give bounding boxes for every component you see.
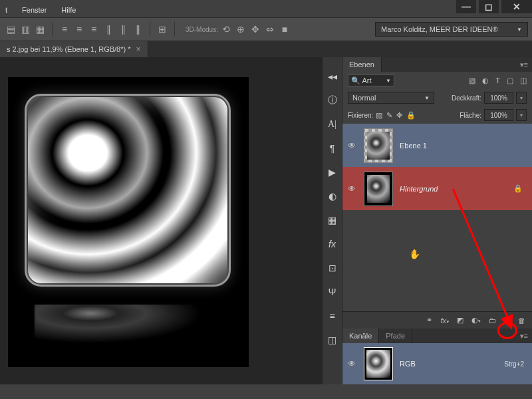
- panel-menu-icon[interactable]: ▾≡: [516, 61, 532, 69]
- brush-panel-icon[interactable]: Ψ: [326, 286, 339, 298]
- distribute-hcenter-icon[interactable]: ‖: [116, 23, 130, 36]
- visibility-toggle-icon[interactable]: 👁: [348, 141, 357, 150]
- align-center-icon[interactable]: ▥: [19, 23, 32, 36]
- filter-image-icon[interactable]: ▧: [469, 76, 475, 85]
- panel-menu-icon[interactable]: ▾≡: [516, 332, 532, 340]
- blend-mode-dropdown[interactable]: Normal▼: [348, 92, 434, 104]
- link-layers-icon[interactable]: ⚭: [426, 316, 432, 325]
- swatches-panel-icon[interactable]: ◐: [326, 190, 339, 202]
- 3d-mode-label: 3D-Modus:: [186, 26, 218, 33]
- fill-layer-icon[interactable]: ◐▾: [471, 316, 481, 325]
- document-canvas[interactable]: [8, 77, 249, 367]
- paths-tab[interactable]: Pfade: [379, 329, 412, 343]
- close-button[interactable]: ✕: [501, 0, 532, 13]
- channels-tab[interactable]: Kanäle: [342, 329, 379, 343]
- character-panel-icon[interactable]: A|: [326, 118, 339, 130]
- distribute-vcenter-icon[interactable]: ≡: [72, 23, 86, 36]
- menu-item[interactable]: t: [3, 5, 10, 15]
- maximize-button[interactable]: ◻: [479, 0, 499, 13]
- align-left-icon[interactable]: ▤: [4, 23, 17, 36]
- account-dropdown[interactable]: Marco Kolditz, MEER DER IDEEN®▼: [375, 22, 528, 37]
- lock-pixels-icon[interactable]: ✎: [386, 111, 392, 120]
- options-bar: ▤ ▥ ▦ ≡ ≡ ≡ ‖ ‖ ‖ ⊞ 3D-Modus: ⟲ ⊕ ✥ ⇔ ■ …: [0, 17, 532, 41]
- channel-thumbnail[interactable]: [364, 347, 393, 380]
- delete-layer-icon[interactable]: 🗑: [518, 317, 525, 325]
- filter-shape-icon[interactable]: ▢: [507, 76, 513, 85]
- annotation-circle: [497, 322, 517, 339]
- visibility-toggle-icon[interactable]: 👁: [348, 184, 357, 194]
- fill-stepper[interactable]: ▾: [516, 109, 527, 121]
- lock-transparency-icon[interactable]: ▨: [376, 111, 382, 120]
- styles-panel-icon[interactable]: fx: [326, 238, 339, 250]
- group-icon[interactable]: 🗀: [489, 317, 496, 325]
- lock-all-icon[interactable]: 🔒: [406, 111, 416, 120]
- document-tabbar: s 2.jpg bei 11,9% (Ebene 1, RGB/8*) * ×: [0, 41, 532, 57]
- clone-panel-icon[interactable]: ⊡: [326, 262, 339, 274]
- distribute-left-icon[interactable]: ‖: [102, 23, 115, 36]
- opacity-input[interactable]: 100%: [484, 92, 513, 104]
- lock-position-icon[interactable]: ✥: [396, 111, 402, 120]
- collapsed-panels: ◂◂ ⓘ A| ¶ ▶ ◐ ▦ fx ⊡ Ψ ≡ ◫: [322, 57, 342, 384]
- properties-panel-icon[interactable]: ◫: [326, 334, 339, 346]
- distribute-bottom-icon[interactable]: ≡: [87, 23, 100, 36]
- opacity-stepper[interactable]: ▾: [516, 92, 527, 104]
- menu-fenster[interactable]: Fenster: [19, 5, 49, 15]
- close-tab-icon[interactable]: ×: [136, 45, 141, 54]
- channel-shortcut: Strg+2: [504, 360, 524, 368]
- info-panel-icon[interactable]: ⓘ: [326, 94, 339, 106]
- canvas-area[interactable]: [0, 57, 322, 384]
- align-right-icon[interactable]: ▦: [33, 23, 47, 36]
- color-panel-icon[interactable]: ▦: [326, 214, 339, 226]
- layer-thumbnail[interactable]: [364, 128, 393, 163]
- opacity-label: Deckkraft:: [452, 94, 481, 102]
- layers-tab[interactable]: Ebenen: [342, 57, 382, 72]
- fill-label: Fläche:: [460, 112, 481, 119]
- play-panel-icon[interactable]: ▶: [326, 166, 339, 178]
- filter-type-icon[interactable]: T: [495, 76, 500, 84]
- mask-icon[interactable]: ◩: [457, 316, 464, 325]
- distribute-right-icon[interactable]: ‖: [131, 23, 144, 36]
- menubar: t Fenster Hilfe: [0, 3, 532, 17]
- layer-row[interactable]: 👁 Ebene 1: [342, 124, 532, 167]
- filter-adjustment-icon[interactable]: ◐: [482, 76, 489, 85]
- visibility-toggle-icon[interactable]: 👁: [348, 359, 357, 368]
- layer-filter-dropdown[interactable]: 🔍 Art▼: [348, 74, 394, 86]
- paragraph-panel-icon[interactable]: ¶: [326, 142, 339, 154]
- channel-row[interactable]: 👁 RGB Strg+2: [342, 343, 532, 384]
- adjustments-panel-icon[interactable]: ≡: [326, 310, 339, 322]
- document-tab[interactable]: s 2.jpg bei 11,9% (Ebene 1, RGB/8*) * ×: [0, 41, 148, 57]
- distribute-top-icon[interactable]: ≡: [58, 23, 71, 36]
- 3d-zoom-icon[interactable]: ■: [278, 23, 291, 36]
- 3d-roll-icon[interactable]: ⊕: [234, 23, 247, 36]
- channel-name: RGB: [400, 360, 497, 368]
- lock-icon: 🔒: [513, 184, 523, 193]
- 3d-orbit-icon[interactable]: ⟲: [219, 23, 233, 36]
- layer-name[interactable]: Ebene 1: [400, 142, 527, 150]
- fill-input[interactable]: 100%: [484, 109, 513, 121]
- lock-label: Fixieren:: [348, 112, 373, 119]
- cursor-hand-icon: ✋: [409, 249, 420, 259]
- layers-list: 👁 Ebene 1 👁 Hintergrund 🔒: [342, 124, 532, 210]
- fx-icon[interactable]: fx▾: [440, 317, 449, 325]
- 3d-pan-icon[interactable]: ✥: [249, 23, 262, 36]
- filter-smart-icon[interactable]: ◫: [520, 76, 527, 85]
- layer-row-selected[interactable]: 👁 Hintergrund 🔒: [342, 167, 532, 210]
- auto-align-icon[interactable]: ⊞: [156, 23, 169, 36]
- minimize-button[interactable]: —: [456, 0, 476, 13]
- menu-hilfe[interactable]: Hilfe: [59, 5, 78, 15]
- layer-thumbnail[interactable]: [364, 172, 393, 206]
- 3d-slide-icon[interactable]: ⇔: [263, 23, 277, 36]
- collapse-toggle-icon[interactable]: ◂◂: [326, 70, 339, 82]
